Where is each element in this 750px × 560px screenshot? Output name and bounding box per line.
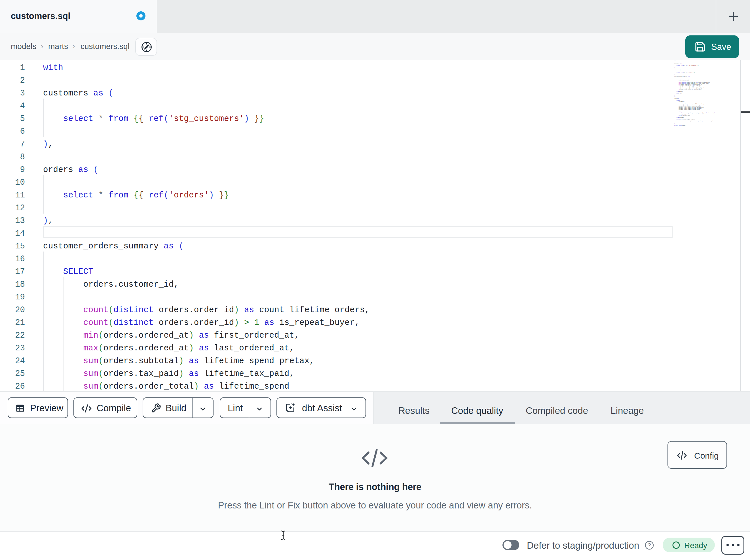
svg-text:?: ? xyxy=(648,542,651,548)
